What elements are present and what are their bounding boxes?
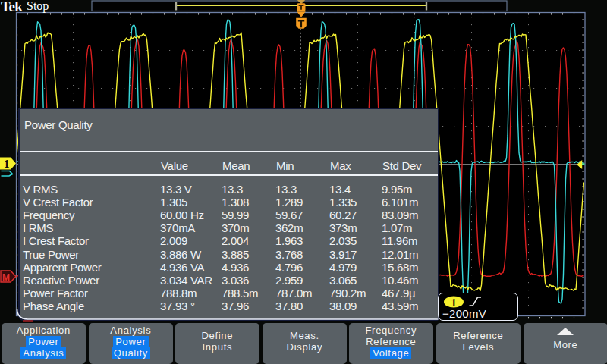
svg-text:1: 1 xyxy=(4,158,10,170)
svg-text:1: 1 xyxy=(451,297,457,308)
svg-text:M: M xyxy=(2,272,10,283)
